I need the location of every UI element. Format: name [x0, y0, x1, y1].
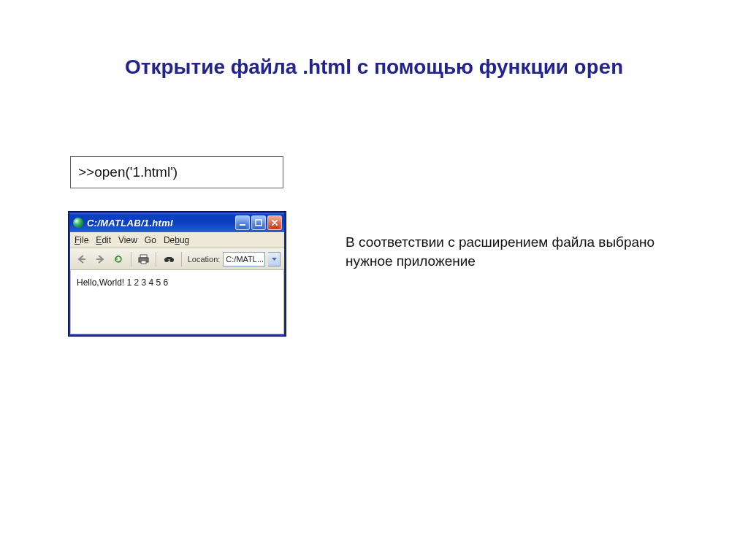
menu-debug[interactable]: Debug [164, 235, 189, 245]
menu-view[interactable]: View [118, 235, 137, 245]
globe-icon [73, 218, 83, 228]
toolbar-separator [181, 252, 182, 266]
slide-title-keyword: open [574, 57, 623, 80]
print-button[interactable] [136, 251, 151, 267]
toolbar: Location: C:/MATL... [70, 248, 284, 270]
menu-file[interactable]: File [75, 235, 88, 245]
svg-rect-2 [140, 255, 147, 258]
minimize-icon [239, 219, 246, 226]
location-dropdown-button[interactable] [268, 252, 280, 266]
svg-rect-4 [141, 261, 146, 264]
browser-content: Hello,World! 1 2 3 4 5 6 [70, 270, 284, 334]
svg-rect-0 [240, 224, 245, 226]
page-body-text: Hello,World! 1 2 3 4 5 6 [77, 277, 168, 288]
printer-icon [138, 254, 149, 264]
close-button[interactable] [267, 215, 282, 230]
window-titlebar: C:/MATLAB/1.html [70, 213, 284, 232]
explanation-text: В соответствии с расширением файла выбра… [346, 233, 682, 270]
reload-icon [113, 254, 123, 264]
toolbar-separator [131, 252, 131, 266]
toolbar-separator [156, 252, 156, 266]
svg-rect-7 [167, 257, 172, 259]
menu-edit[interactable]: Edit [96, 235, 111, 245]
location-value: C:/MATL... [226, 255, 264, 264]
location-field[interactable]: C:/MATL... [223, 252, 265, 266]
find-button[interactable] [161, 251, 176, 267]
binoculars-icon [164, 254, 175, 264]
arrow-right-icon [95, 254, 105, 264]
menubar: File Edit View Go Debug [70, 232, 284, 248]
minimize-button[interactable] [235, 215, 250, 230]
window-title: C:/MATLAB/1.html [87, 218, 232, 229]
window-control-buttons [235, 215, 282, 230]
maximize-icon [255, 219, 262, 226]
reload-button[interactable] [111, 251, 126, 267]
chevron-down-icon [271, 256, 278, 262]
maximize-button[interactable] [251, 215, 266, 230]
slide-title-prefix: Открытие файла .html с помощью функции [125, 55, 574, 78]
code-command: >>open('1.html') [78, 164, 178, 180]
close-icon [271, 219, 278, 226]
forward-button[interactable] [92, 251, 107, 267]
code-box: >>open('1.html') [70, 156, 283, 188]
back-button[interactable] [74, 251, 89, 267]
menu-go[interactable]: Go [145, 235, 156, 245]
slide-title: Открытие файла .html с помощью функции o… [0, 55, 748, 80]
arrow-left-icon [77, 254, 87, 264]
svg-rect-1 [256, 220, 262, 226]
location-label: Location: [188, 255, 221, 264]
browser-window: C:/MATLAB/1.html File Edit View Go [69, 212, 286, 336]
